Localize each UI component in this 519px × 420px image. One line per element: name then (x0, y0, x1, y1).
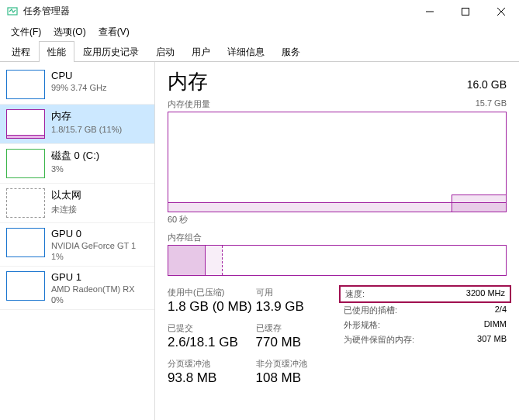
info-hardware-reserved: 为硬件保留的内存: 307 MB (344, 332, 507, 347)
app-icon (6, 5, 19, 18)
content: CPU 99% 3.74 GHz 内存 1.8/15.7 GB (11%) 磁盘… (0, 62, 519, 420)
minimize-button[interactable] (412, 0, 448, 23)
info-form: 外形规格: DIMM (344, 318, 507, 332)
graph-label-row: 内存使用量 15.7 GB (168, 98, 507, 110)
tab-performance[interactable]: 性能 (39, 41, 74, 62)
memory-total: 16.0 GB (467, 78, 507, 91)
disk-thumb-icon (6, 149, 45, 178)
sidebar-item-sub: 3% (51, 164, 99, 174)
window-title: 任务管理器 (23, 5, 412, 18)
sidebar-item-sub2: 1% (51, 252, 136, 261)
sidebar-item-label: 内存 (51, 109, 122, 123)
stats-area: 使用中(已压缩) 1.8 GB (0 MB) 可用 13.9 GB 已提交 2.… (168, 287, 507, 394)
maximize-button[interactable] (448, 0, 483, 23)
stat-committed: 已提交 2.6/18.1 GB (168, 322, 256, 350)
gpu-thumb-icon (6, 228, 45, 257)
sidebar-item-cpu[interactable]: CPU 99% 3.74 GHz (0, 65, 154, 105)
ethernet-thumb-icon (6, 188, 45, 218)
sidebar-item-label: CPU (51, 70, 107, 81)
sidebar-item-label: 磁盘 0 (C:) (51, 149, 99, 163)
main-header: 内存 16.0 GB (168, 68, 507, 95)
info-slots: 已使用的插槽: 2/4 (344, 303, 507, 318)
memory-thumb-icon (6, 109, 45, 139)
stats-right: 速度: 3200 MHz 已使用的插槽: 2/4 外形规格: DIMM 为硬件保… (344, 287, 507, 394)
window-buttons (412, 0, 519, 23)
usage-label: 内存使用量 (168, 98, 210, 110)
sidebar-item-sub: 未连接 (51, 204, 81, 215)
stat-available: 可用 13.9 GB (256, 287, 344, 315)
menu-view[interactable]: 查看(V) (92, 24, 136, 40)
titlebar: 任务管理器 (0, 0, 519, 23)
menubar: 文件(F) 选项(O) 查看(V) (0, 23, 519, 40)
stat-nonpaged: 非分页缓冲池 108 MB (256, 358, 344, 386)
cpu-thumb-icon (6, 70, 45, 99)
sidebar-item-ethernet[interactable]: 以太网 未连接 (0, 184, 154, 223)
usage-max: 15.7 GB (476, 98, 507, 110)
tabs: 进程 性能 应用历史记录 启动 用户 详细信息 服务 (0, 40, 519, 62)
composition-label: 内存组合 (168, 232, 507, 243)
stat-cached: 已缓存 770 MB (256, 322, 344, 350)
tab-startup[interactable]: 启动 (147, 41, 183, 62)
tab-details[interactable]: 详细信息 (219, 41, 273, 62)
menu-file[interactable]: 文件(F) (5, 24, 47, 40)
tab-services[interactable]: 服务 (273, 41, 309, 62)
sidebar-item-disk[interactable]: 磁盘 0 (C:) 3% (0, 144, 154, 184)
sidebar-item-sub: AMD Radeon(TM) RX (51, 284, 135, 294)
tab-processes[interactable]: 进程 (3, 41, 39, 62)
main-panel: 内存 16.0 GB 内存使用量 15.7 GB 60 秒 内存组合 使用中(已… (155, 62, 519, 420)
close-button[interactable] (483, 0, 519, 23)
svg-rect-2 (462, 8, 469, 15)
sidebar: CPU 99% 3.74 GHz 内存 1.8/15.7 GB (11%) 磁盘… (0, 62, 155, 420)
sidebar-item-sub: NVIDIA GeForce GT 1 (51, 241, 136, 250)
stat-paged: 分页缓冲池 93.8 MB (168, 358, 256, 386)
memory-usage-graph (168, 112, 507, 212)
tab-history[interactable]: 应用历史记录 (74, 41, 147, 62)
tab-users[interactable]: 用户 (183, 41, 219, 62)
sidebar-item-sub: 1.8/15.7 GB (11%) (51, 125, 122, 134)
sidebar-item-label: 以太网 (51, 188, 81, 202)
menu-options[interactable]: 选项(O) (47, 24, 92, 40)
sidebar-item-gpu1[interactable]: GPU 1 AMD Radeon(TM) RX 0% (0, 267, 154, 310)
sidebar-item-label: GPU 1 (51, 271, 135, 283)
sidebar-item-memory[interactable]: 内存 1.8/15.7 GB (11%) (0, 105, 154, 144)
sidebar-item-sub: 99% 3.74 GHz (51, 83, 107, 92)
gpu-thumb-icon (6, 271, 45, 301)
page-title: 内存 (168, 68, 208, 95)
stat-inuse: 使用中(已压缩) 1.8 GB (0 MB) (168, 287, 256, 315)
sidebar-item-gpu0[interactable]: GPU 0 NVIDIA GeForce GT 1 1% (0, 223, 154, 267)
info-speed: 速度: 3200 MHz (339, 285, 511, 303)
sidebar-item-sub2: 0% (51, 295, 135, 305)
stats-left: 使用中(已压缩) 1.8 GB (0 MB) 可用 13.9 GB 已提交 2.… (168, 287, 344, 394)
graph-axis: 60 秒 (168, 214, 507, 225)
memory-composition-bar (168, 245, 507, 276)
sidebar-item-label: GPU 0 (51, 228, 136, 239)
